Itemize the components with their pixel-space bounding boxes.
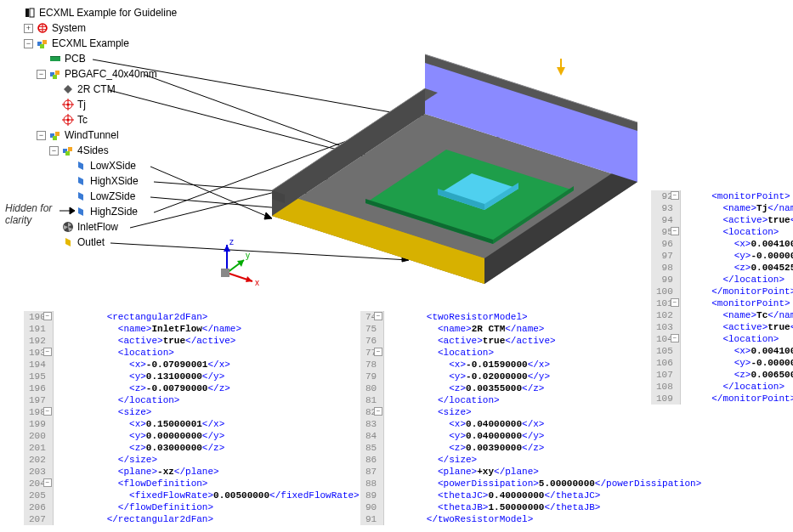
svg-text:y: y — [246, 251, 250, 260]
model-icon — [24, 7, 36, 19]
outlet-icon — [62, 236, 74, 248]
svg-marker-51 — [557, 67, 565, 76]
tree-label: PBGAFC_40x40mm — [65, 68, 157, 80]
tree-label: ECXML Example for Guideline — [39, 7, 177, 19]
pcb-icon — [49, 53, 61, 65]
svg-rect-6 — [42, 40, 47, 44]
assembly-icon — [49, 68, 61, 80]
svg-marker-29 — [78, 177, 83, 185]
tree-2rctm[interactable]: 2R CTM — [24, 82, 177, 97]
svg-rect-82 — [221, 269, 229, 277]
tree-outlet[interactable]: Outlet — [24, 235, 177, 250]
tree-highx[interactable]: HighXSide — [24, 173, 177, 189]
svg-rect-7 — [40, 44, 44, 48]
collapse-icon[interactable]: − — [49, 146, 59, 156]
svg-marker-28 — [78, 161, 83, 170]
side-icon — [75, 190, 87, 202]
svg-marker-13 — [64, 85, 72, 93]
svg-rect-11 — [55, 71, 59, 75]
tree-label: 4Sides — [77, 144, 109, 156]
tree-label: Tj — [77, 99, 86, 110]
collapse-icon[interactable]: − — [37, 70, 46, 79]
svg-rect-23 — [55, 132, 59, 136]
3d-viewport[interactable] — [221, 3, 646, 292]
fan-icon — [62, 221, 74, 233]
svg-rect-12 — [53, 75, 57, 79]
svg-marker-74 — [246, 276, 252, 282]
axis-triad: x y z — [206, 235, 265, 294]
tree-label: WindTunnel — [65, 129, 119, 141]
collapse-icon[interactable]: − — [24, 39, 33, 48]
expand-icon[interactable]: + — [24, 24, 33, 33]
tree-tc[interactable]: Tc — [24, 112, 177, 127]
tree-windtunnel[interactable]: − WindTunnel — [24, 127, 177, 143]
svg-text:z: z — [229, 237, 234, 246]
tree-lowx[interactable]: LowXSide — [24, 158, 177, 173]
tree-label: LowZSide — [90, 190, 135, 202]
svg-marker-30 — [78, 192, 83, 201]
tree-label: ECXML Example — [52, 37, 129, 49]
tree-label: 2R CTM — [77, 83, 116, 95]
tree-root[interactable]: ECXML Example for Guideline — [24, 5, 177, 20]
svg-rect-0 — [25, 8, 29, 17]
tree-label: Tc — [77, 114, 88, 126]
side-icon — [75, 160, 87, 172]
assembly-icon — [37, 37, 48, 49]
assembly-icon — [62, 144, 74, 156]
tree-pcb[interactable]: PCB — [24, 51, 177, 66]
svg-rect-24 — [53, 136, 57, 140]
tree-pbga[interactable]: − PBGAFC_40x40mm — [24, 66, 177, 82]
side-icon — [75, 175, 87, 187]
svg-rect-9 — [50, 56, 60, 57]
tree-label: HighZSide — [90, 206, 138, 218]
side-icon — [75, 206, 87, 218]
svg-rect-27 — [65, 151, 70, 156]
tree-label: Outlet — [77, 236, 105, 248]
monitor-point-icon — [62, 114, 74, 126]
line-gutter: 92−939495−96979899100101−102103104−10510… — [651, 190, 681, 405]
assembly-icon — [49, 129, 61, 141]
tree-system[interactable]: + System — [24, 20, 177, 36]
tree-4sides[interactable]: − 4Sides — [24, 143, 177, 158]
line-gutter: 190−191192193−194195196197198−1992002012… — [24, 311, 54, 525]
line-gutter: 74−757677−7879808182−838485868788899091 — [360, 311, 384, 525]
svg-text:x: x — [255, 278, 259, 287]
monitor-point-icon — [62, 99, 74, 110]
tree-label: PCB — [65, 53, 86, 65]
system-icon — [37, 22, 48, 34]
tree-tj[interactable]: Tj — [24, 97, 177, 112]
tree-label: HighXSide — [90, 175, 139, 187]
svg-marker-31 — [78, 207, 83, 216]
hidden-annotation: Hidden for clarity — [5, 202, 52, 226]
code-pane-monitor[interactable]: 92−939495−96979899100101−102103104−10510… — [651, 190, 793, 405]
tree-example[interactable]: − ECXML Example — [24, 36, 177, 51]
tree-label: LowXSide — [90, 160, 136, 172]
code-pane-fan[interactable]: 190−191192193−194195196197198−1992002012… — [24, 311, 360, 525]
svg-rect-26 — [68, 147, 72, 151]
svg-marker-33 — [65, 238, 71, 246]
tree-label: InletFlow — [77, 221, 118, 233]
collapse-icon[interactable]: − — [37, 131, 46, 140]
svg-rect-1 — [30, 8, 34, 17]
tree-label: System — [52, 22, 86, 34]
diamond-icon — [62, 83, 74, 95]
